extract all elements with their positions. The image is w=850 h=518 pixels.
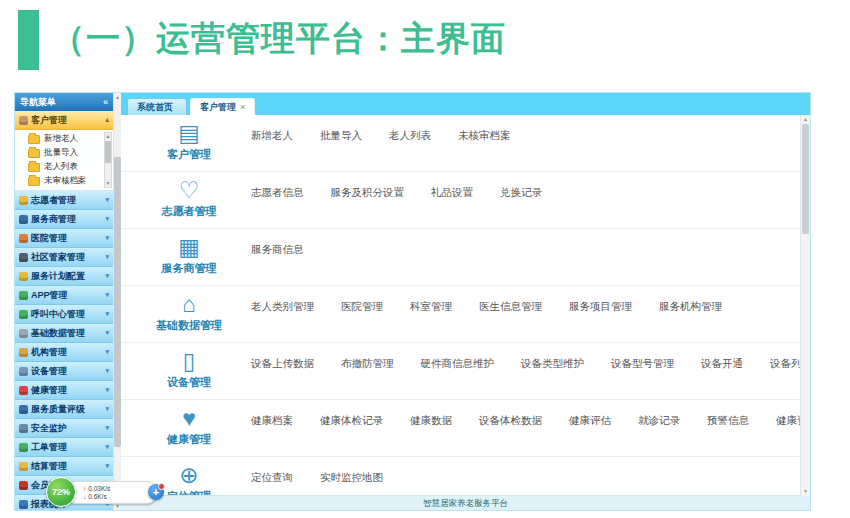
module-link[interactable]: 老人类别管理 <box>251 300 314 314</box>
chevron-icon: ▾ <box>105 405 109 413</box>
main-scrollbar[interactable]: ▲ ▼ <box>800 115 810 496</box>
sidebar-item-label: 社区管家管理 <box>31 251 85 264</box>
module-link[interactable]: 礼品设置 <box>431 186 473 200</box>
module-icon-block[interactable]: ▯ 设备管理 <box>149 343 229 390</box>
sidebar-subitem[interactable]: 未审核档案 <box>15 174 113 188</box>
sidebar-item[interactable]: 工单管理 ▾ <box>15 438 113 457</box>
module-icon-block[interactable]: ▦ 服务商管理 <box>149 229 229 276</box>
module-link[interactable]: 设备开通 <box>701 357 743 371</box>
scrollbar-thumb[interactable] <box>802 124 809 234</box>
scroll-down-icon[interactable]: ▼ <box>105 180 111 187</box>
module-row: ⌂ 基础数据管理 老人类别管理 医院管理 科室管理 医生信息管理 <box>121 286 801 343</box>
sidebar-subitem[interactable]: 新增老人 <box>15 132 113 146</box>
module-link[interactable]: 健康评估 <box>569 414 611 428</box>
module-link[interactable]: 服务及积分设置 <box>331 186 405 200</box>
sidebar-item[interactable]: 机构管理 ▾ <box>15 343 113 362</box>
sidebar-item-group: 健康管理 ▾ ▲ ▼ <box>15 381 113 400</box>
module-link[interactable]: 批量导入 <box>320 129 362 143</box>
sidebar: 导航菜单 « 客户管理 ▴ 新增老人 <box>15 93 113 510</box>
module-link[interactable]: 兑换记录 <box>500 186 542 200</box>
tab[interactable]: 客户管理 × <box>190 98 255 115</box>
module-link[interactable]: 未核审档案 <box>458 129 511 143</box>
module-link[interactable]: 老人列表 <box>389 129 431 143</box>
module-icon-block[interactable]: ▤ 客户管理 <box>149 115 229 162</box>
heart-pulse-icon: ♥ <box>149 405 229 431</box>
module-link[interactable]: 医生信息管理 <box>479 300 542 314</box>
module-row: ▤ 客户管理 新增老人 批量导入 老人列表 未核审档案 <box>121 115 801 172</box>
module-link[interactable]: 定位查询 <box>251 471 293 485</box>
sidebar-item[interactable]: 基础数据管理 ▾ <box>15 324 113 343</box>
module-row: ♥ 健康管理 健康档案 健康体检记录 健康数据 设备体检数据 <box>121 400 801 457</box>
sidebar-scrollbar[interactable]: ▲ ▼ <box>113 93 121 510</box>
module-icon-block[interactable]: ♥ 健康管理 <box>149 400 229 447</box>
module-label: 基础数据管理 <box>149 318 229 333</box>
sidebar-item[interactable]: 医院管理 ▾ <box>15 229 113 248</box>
module-icon-block[interactable]: ⌂ 基础数据管理 <box>149 286 229 333</box>
scroll-up-icon[interactable]: ▲ <box>114 93 121 101</box>
app-window: 导航菜单 « 客户管理 ▴ 新增老人 <box>14 92 811 511</box>
device-mgmt-icon <box>19 367 28 376</box>
module-links: 老人类别管理 医院管理 科室管理 医生信息管理 服务项目管理 服务机构管理 <box>229 286 801 314</box>
sidebar-subitem[interactable]: 批量导入 <box>15 146 113 160</box>
memory-percent-ball[interactable]: 72% <box>46 477 76 507</box>
sidebar-subitem-label: 批量导入 <box>44 147 78 159</box>
module-link[interactable]: 健康体检记录 <box>320 414 383 428</box>
sidebar-item-group: APP管理 ▾ ▲ ▼ <box>15 286 113 305</box>
sidebar-collapse-icon[interactable]: « <box>103 97 108 107</box>
slide-title-row: （一）运营管理平台：主界面 <box>18 6 506 70</box>
sidebar-item[interactable]: 呼叫中心管理 ▾ <box>15 305 113 324</box>
sidebar-subitem-label: 未审核档案 <box>44 175 87 187</box>
sidebar-item[interactable]: 设备管理 ▾ <box>15 362 113 381</box>
module-link[interactable]: 就诊记录 <box>638 414 680 428</box>
scrollbar-thumb[interactable] <box>105 141 111 163</box>
module-link[interactable]: 健康资讯 <box>776 414 801 428</box>
module-link[interactable]: 硬件商信息维护 <box>421 357 495 371</box>
sidebar-item-group: 结算管理 ▾ ▲ ▼ <box>15 457 113 476</box>
sidebar-item[interactable]: 安全监护 ▾ <box>15 419 113 438</box>
module-link[interactable]: 设备型号管理 <box>611 357 674 371</box>
module-link[interactable]: 设备类型维护 <box>521 357 584 371</box>
chevron-icon: ▾ <box>105 329 109 337</box>
sidebar-item[interactable]: 健康管理 ▾ <box>15 381 113 400</box>
download-rate-row: ↓ 0.6K/s <box>83 493 110 500</box>
sidebar-item[interactable]: 社区管家管理 ▾ <box>15 248 113 267</box>
scroll-up-icon[interactable]: ▲ <box>105 133 111 140</box>
tab-close-icon[interactable]: × <box>240 102 245 112</box>
sidebar-subitem[interactable]: 老人列表 <box>15 160 113 174</box>
scroll-down-icon[interactable]: ▼ <box>801 487 810 496</box>
sidebar-item[interactable]: 服务计划配置 ▾ <box>15 267 113 286</box>
module-link[interactable]: 健康档案 <box>251 414 293 428</box>
module-link[interactable]: 预警信息 <box>707 414 749 428</box>
scroll-up-icon[interactable]: ▲ <box>801 115 810 124</box>
sidebar-items: 客户管理 ▴ 新增老人 批量导入 <box>15 111 113 510</box>
module-link[interactable]: 科室管理 <box>410 300 452 314</box>
sidebar-item[interactable]: APP管理 ▾ <box>15 286 113 305</box>
submenu-scrollbar[interactable]: ▲ ▼ <box>104 132 112 188</box>
sidebar-item[interactable]: 服务商管理 ▾ <box>15 210 113 229</box>
boost-button[interactable]: + <box>148 484 164 500</box>
module-link[interactable]: 服务机构管理 <box>659 300 722 314</box>
sidebar-item[interactable]: 服务质量评级 ▾ <box>15 400 113 419</box>
module-link[interactable]: 设备上传数据 <box>251 357 314 371</box>
sidebar-item[interactable]: 客户管理 ▴ <box>15 111 113 130</box>
speed-ball-overlay[interactable]: ↑ 0.03K/s ↓ 0.6K/s + 72% <box>46 477 166 509</box>
module-link[interactable]: 设备体检数据 <box>479 414 542 428</box>
sidebar-item[interactable]: 志愿者管理 ▾ <box>15 191 113 210</box>
module-link[interactable]: 服务项目管理 <box>569 300 632 314</box>
module-link[interactable]: 实时监控地图 <box>320 471 383 485</box>
scrollbar-thumb[interactable] <box>114 157 121 447</box>
report-stats-icon <box>19 500 28 509</box>
sidebar-item-group: 社区管家管理 ▾ ▲ ▼ <box>15 248 113 267</box>
tab[interactable]: 系统首页 <box>127 98 187 115</box>
module-link[interactable]: 设备列表 <box>770 357 801 371</box>
module-link[interactable]: 医院管理 <box>341 300 383 314</box>
module-link[interactable]: 健康数据 <box>410 414 452 428</box>
module-link[interactable]: 志愿者信息 <box>251 186 304 200</box>
folder-icon <box>28 177 40 186</box>
module-link[interactable]: 布撤防管理 <box>341 357 394 371</box>
module-icon-block[interactable]: ♡ 志愿者管理 <box>149 172 229 219</box>
sidebar-item-group: 服务质量评级 ▾ ▲ ▼ <box>15 400 113 419</box>
sidebar-item[interactable]: 结算管理 ▾ <box>15 457 113 476</box>
module-link[interactable]: 新增老人 <box>251 129 293 143</box>
module-link[interactable]: 服务商信息 <box>251 243 304 257</box>
